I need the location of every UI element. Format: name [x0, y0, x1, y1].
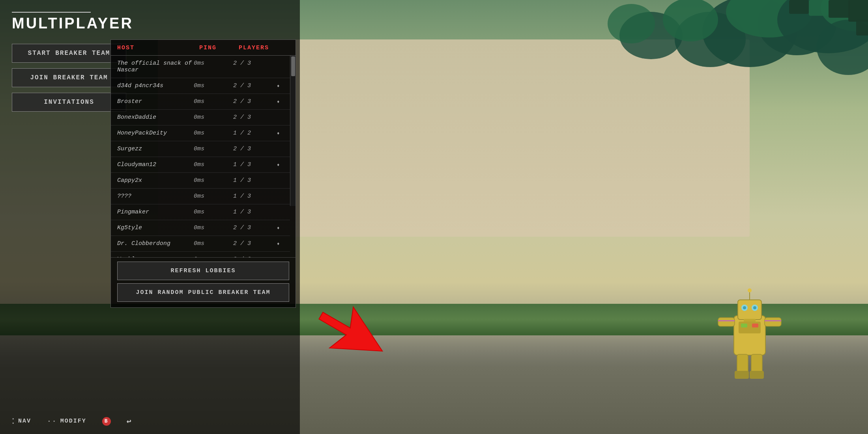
lobby-ping: 0ms: [194, 161, 233, 168]
lock-icon: ⬧: [273, 130, 284, 137]
lobby-players: 2 / 3: [233, 60, 273, 73]
lobby-players: 1 / 2: [233, 130, 273, 137]
lock-icon: [273, 146, 284, 152]
left-nav-buttons: START BREAKER TEAM JOIN BREAKER TEAM INV…: [12, 44, 126, 112]
svg-point-9: [608, 4, 655, 43]
lobby-players: 1 / 3: [233, 161, 273, 168]
lock-icon: ⬧: [273, 224, 284, 231]
lock-icon: ⬧: [273, 82, 284, 89]
refresh-lobbies-button[interactable]: REFRESH LOBBIES: [117, 262, 289, 280]
lobby-players: 2 / 3: [233, 114, 273, 121]
nav-item-modify: ·· MODIFY: [47, 417, 86, 425]
nav-item-b: B: [102, 417, 111, 426]
table-row[interactable]: Cloudyman120ms1 / 3⬧: [111, 157, 290, 173]
table-row[interactable]: HoneyPackDeity0ms1 / 2⬧: [111, 125, 290, 141]
nav-item-nav: ⁚ NAV: [12, 417, 31, 426]
lobby-list: The official snack of Nascar0ms2 / 3d34d…: [111, 56, 296, 257]
table-row[interactable]: Broster0ms2 / 3⬧: [111, 94, 290, 110]
lobby-ping: 0ms: [194, 209, 233, 215]
lobby-players: 2 / 3: [233, 240, 273, 247]
lobby-host-name: Pingmaker: [117, 209, 194, 215]
lobby-host-name: Surgezz: [117, 146, 194, 152]
lock-icon: ⬧: [273, 98, 284, 105]
svg-rect-16: [738, 300, 761, 320]
lobby-host-name: Broster: [117, 98, 194, 105]
lobby-host-name: Kg5tyle: [117, 224, 194, 231]
start-breaker-team-button[interactable]: START BREAKER TEAM: [12, 44, 126, 63]
svg-rect-13: [789, 0, 809, 14]
lobby-players: 2 / 3: [233, 98, 273, 105]
modify-label: MODIFY: [60, 418, 86, 425]
lock-icon: [273, 114, 284, 121]
svg-point-4: [663, 0, 718, 41]
svg-rect-23: [765, 318, 781, 326]
lobby-players: 2 / 3: [233, 146, 273, 152]
lobby-host-name: Cloudyman12: [117, 161, 194, 168]
svg-rect-12: [809, 0, 829, 16]
lobby-ping: 0ms: [194, 146, 233, 152]
lobby-host-name: BonexDaddie: [117, 114, 194, 121]
table-row[interactable]: Pingmaker0ms1 / 3: [111, 204, 290, 220]
svg-rect-27: [750, 371, 764, 379]
lobby-players: 2 / 3: [233, 82, 273, 89]
lobby-players: 1 / 3: [233, 193, 273, 200]
lobby-host-name: Dr. Clobberdong: [117, 240, 194, 247]
lobby-bottom-buttons: REFRESH LOBBIES JOIN RANDOM PUBLIC BREAK…: [111, 257, 296, 307]
join-breaker-team-button[interactable]: JOIN BREAKER TEAM: [12, 68, 126, 87]
lock-icon: ⬧: [273, 256, 284, 257]
lock-icon: [273, 60, 284, 73]
svg-point-20: [753, 306, 756, 309]
lobby-ping: 0ms: [194, 114, 233, 121]
svg-rect-29: [741, 324, 747, 327]
lobby-ping: 0ms: [194, 98, 233, 105]
lobby-host-name: ????: [117, 193, 194, 200]
join-random-button[interactable]: JOIN RANDOM PUBLIC BREAKER TEAM: [117, 283, 289, 302]
lobby-ping: 0ms: [194, 193, 233, 200]
lobby-host-name: Womble: [117, 256, 194, 257]
nav-dot-icon: ··: [47, 417, 57, 425]
back-icon: ↩: [127, 416, 132, 426]
table-row[interactable]: The official snack of Nascar0ms2 / 3: [111, 56, 290, 78]
lock-icon: [273, 177, 284, 184]
lobby-host-name: The official snack of Nascar: [117, 60, 194, 73]
lobby-host-name: Cappy2x: [117, 177, 194, 184]
nav-item-back: ↩: [127, 416, 132, 426]
svg-point-19: [743, 306, 746, 309]
lobby-host-name: HoneyPackDeity: [117, 130, 194, 137]
svg-point-34: [748, 288, 752, 292]
svg-rect-14: [856, 20, 868, 36]
lobby-ping: 0ms: [194, 224, 233, 231]
table-row[interactable]: ????0ms1 / 3: [111, 189, 290, 204]
table-row[interactable]: Kg5tyle0ms2 / 3⬧: [111, 220, 290, 236]
nav-joystick-icon: ⁚: [12, 417, 15, 426]
lobby-players: 2 / 3: [233, 224, 273, 231]
nav-label: NAV: [18, 418, 31, 425]
lobby-ping: 0ms: [194, 177, 233, 184]
svg-rect-10: [848, 0, 868, 22]
invitations-button[interactable]: INVITATIONS: [12, 93, 126, 112]
lobby-ping: 0ms: [194, 130, 233, 137]
lobby-players: 2 / 3: [233, 256, 273, 257]
table-row[interactable]: Dr. Clobberdong0ms2 / 3⬧: [111, 236, 290, 252]
lobby-host-name: d34d p4ncr34s: [117, 82, 194, 89]
svg-rect-30: [752, 324, 758, 327]
table-row[interactable]: d34d p4ncr34s0ms2 / 3⬧: [111, 78, 290, 94]
table-row[interactable]: Surgezz0ms2 / 3: [111, 141, 290, 157]
b-button-icon: B: [102, 417, 111, 426]
lobby-ping: 0ms: [194, 240, 233, 247]
title-area: MULTIPLAYER: [12, 12, 292, 32]
bottom-nav-bar: ⁚ NAV ·· MODIFY B ↩: [12, 416, 132, 426]
lobby-players: 1 / 3: [233, 177, 273, 184]
lock-icon: ⬧: [273, 240, 284, 247]
table-row[interactable]: BonexDaddie0ms2 / 3: [111, 110, 290, 125]
lobby-table-header: HOST PING PLAYERS: [111, 40, 296, 56]
svg-marker-35: [309, 295, 394, 371]
lobby-players: 1 / 3: [233, 209, 273, 215]
table-row[interactable]: Cappy2x0ms1 / 3: [111, 173, 290, 189]
svg-rect-11: [829, 0, 850, 18]
col-ping-header: PING: [199, 45, 239, 51]
lobby-ping: 0ms: [194, 256, 233, 257]
table-row[interactable]: Womble0ms2 / 3⬧: [111, 252, 290, 257]
svg-rect-22: [718, 318, 735, 326]
col-players-header: PLAYERS: [239, 45, 278, 51]
